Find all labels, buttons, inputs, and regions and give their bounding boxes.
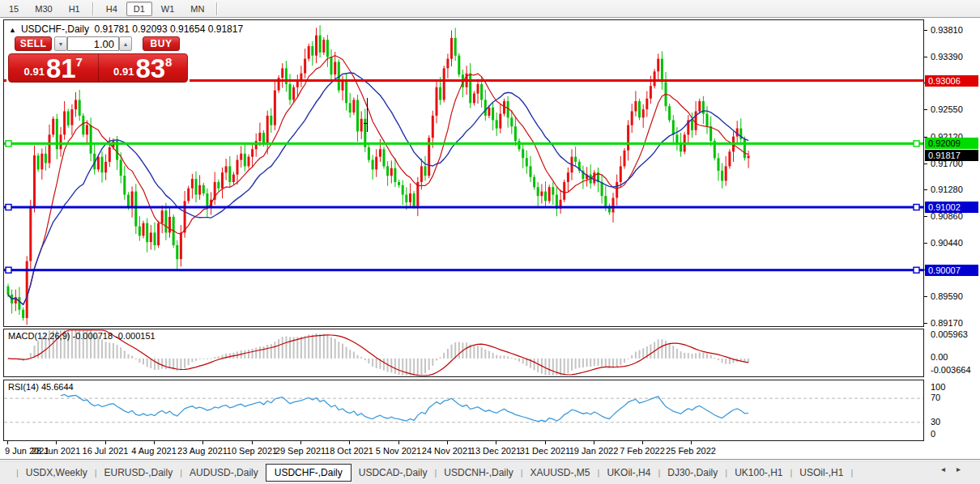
chart-tab-eurusd-[interactable]: EURUSD-,Daily <box>97 465 181 481</box>
price-axis-tick <box>924 109 927 110</box>
support-line-091002[interactable] <box>4 206 923 209</box>
chart-tab-bar: |USDX,Weekly|EURUSD-,Daily|AUDUSD-,Daily… <box>0 461 980 484</box>
price-axis-tick <box>924 243 927 244</box>
chart-tab-xauusd-[interactable]: XAUUSD-,M5 <box>523 465 598 481</box>
sell-button[interactable]: SELL <box>15 36 52 51</box>
rsi-axis-label: 0 <box>931 429 935 439</box>
chart-tab-usdx[interactable]: USDX,Weekly <box>19 465 95 481</box>
price-axis-label: 0.92550 <box>931 104 963 114</box>
rsi-chart <box>4 380 923 440</box>
chart-tab-usdcnh-[interactable]: USDCNH-,Daily <box>437 465 520 481</box>
level-price-tag: 0.90007 <box>925 265 978 276</box>
timeframe-button-h1[interactable]: H1 <box>62 2 87 16</box>
price-axis-tick <box>924 296 927 297</box>
timeframe-button-mn[interactable]: MN <box>183 2 211 16</box>
date-axis-label: 18 Oct 2021 <box>325 446 373 456</box>
chart-tab-dj30-[interactable]: DJ30-,Daily <box>660 465 725 481</box>
chart-symbol-period: USDCHF-,Daily <box>21 23 89 35</box>
buy-button[interactable]: BUY <box>143 36 180 51</box>
date-axis-label: 13 Dec 2021 <box>471 446 521 456</box>
timeframe-toolbar: 15M30H1H4D1W1MN <box>0 0 980 18</box>
timeframe-button-m30[interactable]: M30 <box>28 2 59 16</box>
price-axis-label: 0.90440 <box>931 238 963 248</box>
volume-decrease-button[interactable]: ▼ <box>54 36 67 51</box>
macd-indicator-pane[interactable]: MACD(12,26,9) -0.000718 -0.000151 <box>3 329 924 377</box>
price-axis-tick <box>924 163 927 164</box>
chart-tab-ukoil-[interactable]: UKOil-,H4 <box>599 465 658 481</box>
level-price-tag: 0.91002 <box>925 202 978 213</box>
bid-ask-display: 0.91 81 7 0.91 83 8 <box>8 53 188 83</box>
toolbar-separator <box>216 2 218 15</box>
sell-price-big-digits: 81 <box>46 58 76 79</box>
date-axis-label: 16 Jul 2021 <box>83 446 129 456</box>
trade-controls-row: SELL ▼ ▲ BUY <box>6 36 190 52</box>
main-chart-pane[interactable]: ▲USDCHF-,Daily 0.91781 0.92093 0.91654 0… <box>3 19 924 327</box>
tab-scroll-right-icon[interactable]: ▸ <box>957 465 972 473</box>
volume-increase-button[interactable]: ▲ <box>119 36 132 51</box>
collapse-chart-icon[interactable]: ▲ <box>9 26 16 34</box>
chart-tab-uk100-[interactable]: UK100-,H1 <box>727 465 790 481</box>
date-axis-label: 28 Jun 2021 <box>32 446 81 456</box>
date-axis-tick <box>154 441 155 444</box>
date-axis-label: 25 Feb 2022 <box>666 446 716 456</box>
chart-tab-usdcad-[interactable]: USDCAD-,Daily <box>352 465 435 481</box>
price-axis-tick <box>924 216 927 217</box>
price-axis-label: 0.91280 <box>931 185 963 194</box>
chart-title-row: ▲USDCHF-,Daily 0.91781 0.92093 0.91654 0… <box>9 23 243 35</box>
price-axis[interactable]: 0.938100.933900.929700.925500.921200.917… <box>924 19 980 441</box>
tab-scroll-arrows: ◂▸ <box>941 465 972 473</box>
rsi-axis-label: 100 <box>931 382 945 392</box>
chart-tab-usoil-[interactable]: USOil-,H1 <box>792 465 850 481</box>
level-price-tag: 0.92009 <box>925 138 978 149</box>
buy-price-pipette: 8 <box>165 55 172 69</box>
rsi-axis-label: 30 <box>931 417 940 427</box>
chart-tab-usdchf-[interactable]: USDCHF-,Daily <box>266 464 352 482</box>
buy-price-prefix: 0.91 <box>113 66 134 78</box>
date-axis-label: 10 Sep 2021 <box>227 446 277 456</box>
date-axis-tick <box>398 441 399 444</box>
date-axis-label: 4 Aug 2021 <box>131 446 177 456</box>
date-axis[interactable]: 9 Jun 202128 Jun 202116 Jul 20214 Aug 20… <box>3 441 924 459</box>
price-axis-tick <box>924 323 927 324</box>
sell-price-pipette: 7 <box>76 55 83 69</box>
price-axis-label: 0.93390 <box>931 52 963 62</box>
tab-separator: | <box>850 468 853 478</box>
chart-ohlc-values: 0.91781 0.92093 0.91654 0.91817 <box>95 23 244 35</box>
date-axis-tick <box>496 441 496 444</box>
date-axis-tick <box>545 441 546 444</box>
date-axis-tick <box>202 441 203 444</box>
rsi-axis-label: 70 <box>931 393 940 402</box>
timeframe-button-w1[interactable]: W1 <box>154 2 182 16</box>
price-axis-tick <box>924 189 927 190</box>
rsi-indicator-label: RSI(14) 45.6644 <box>8 382 74 392</box>
buy-price-big-digits: 83 <box>135 58 165 79</box>
chart-tab-audusd-[interactable]: AUDUSD-,Daily <box>182 465 266 481</box>
level-price-tag: 0.93006 <box>925 75 978 87</box>
date-axis-label: 7 Feb 2022 <box>620 446 665 456</box>
tab-scroll-left-icon[interactable]: ◂ <box>941 465 957 473</box>
date-axis-tick <box>349 441 350 444</box>
macd-axis-label: 0.005963 <box>931 329 968 339</box>
sell-price-prefix: 0.91 <box>24 66 45 78</box>
date-axis-label: 29 Sep 2021 <box>275 446 326 456</box>
macd-axis-label: -0.003664 <box>931 365 971 375</box>
macd-indicator-label: MACD(12,26,9) -0.000718 -0.000151 <box>8 331 156 341</box>
date-axis-label: 23 Aug 2021 <box>177 446 228 456</box>
sell-price-display[interactable]: 0.91 81 7 <box>9 54 98 82</box>
date-axis-tick <box>56 441 57 444</box>
date-axis-tick <box>300 441 301 444</box>
buy-price-display[interactable]: 0.91 83 8 <box>98 54 188 82</box>
support-line-090007[interactable] <box>4 269 923 271</box>
volume-input[interactable] <box>67 36 119 51</box>
date-axis-label: 5 Nov 2021 <box>376 446 421 456</box>
date-axis-label: 24 Nov 2021 <box>422 446 472 456</box>
timeframe-button-d1[interactable]: D1 <box>126 2 152 16</box>
date-axis-tick <box>252 441 253 444</box>
toolbar-separator <box>92 2 94 15</box>
timeframe-button-15[interactable]: 15 <box>2 2 26 16</box>
price-axis-label: 0.89170 <box>931 318 963 328</box>
rsi-indicator-pane[interactable]: RSI(14) 45.6644 <box>3 380 924 441</box>
price-axis-tick <box>924 30 927 31</box>
timeframe-button-h4[interactable]: H4 <box>99 2 125 16</box>
pivot-line-092009[interactable] <box>4 142 923 145</box>
